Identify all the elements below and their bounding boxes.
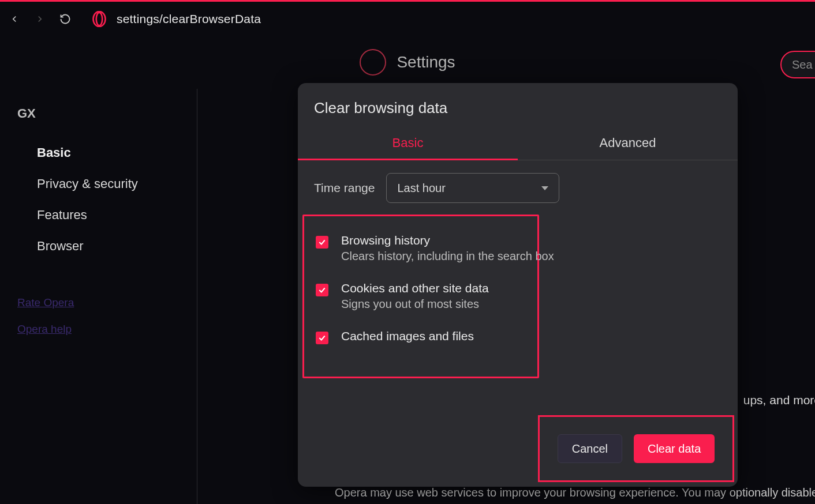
background-text-fragment: ups, and more <box>743 393 815 407</box>
options-highlight-box: Browsing history Clears history, includi… <box>302 215 539 378</box>
sidebar-link-rate-opera[interactable]: Rate Opera <box>17 289 180 316</box>
cancel-button[interactable]: Cancel <box>558 434 622 463</box>
opera-ring-icon <box>360 49 386 76</box>
background-text-fragment: Opera may use web services to improve yo… <box>335 486 815 499</box>
sidebar-link-opera-help[interactable]: Opera help <box>17 316 180 343</box>
address-bar-url[interactable]: settings/clearBrowserData <box>117 12 261 26</box>
tab-basic[interactable]: Basic <box>298 127 518 160</box>
sidebar-item-features[interactable]: Features <box>17 200 180 231</box>
option-title: Cookies and other site data <box>341 281 489 295</box>
option-cookies[interactable]: Cookies and other site data Signs you ou… <box>311 274 530 322</box>
option-desc: Clears history, including in the search … <box>341 250 554 263</box>
opera-logo-icon <box>91 11 107 27</box>
checkbox-cookies[interactable] <box>316 284 328 296</box>
time-range-value: Last hour <box>397 182 445 195</box>
svg-point-1 <box>96 12 103 25</box>
sidebar-item-privacy[interactable]: Privacy & security <box>17 168 180 200</box>
checkbox-cached[interactable] <box>316 332 328 344</box>
chevron-down-icon <box>541 186 548 190</box>
option-title: Browsing history <box>341 234 554 247</box>
time-range-select[interactable]: Last hour <box>386 173 559 203</box>
clear-browsing-data-dialog: Clear browsing data Basic Advanced Time … <box>298 83 738 487</box>
browser-toolbar: settings/clearBrowserData <box>0 0 815 36</box>
dialog-footer-highlight-box: Cancel Clear data <box>538 415 734 482</box>
sidebar-item-basic[interactable]: Basic <box>17 137 180 168</box>
tab-strip-accent <box>0 0 190 2</box>
settings-header: Settings Sea <box>0 36 815 89</box>
option-cached[interactable]: Cached images and files <box>311 322 530 356</box>
svg-point-0 <box>94 11 106 26</box>
dialog-title: Clear browsing data <box>298 83 738 127</box>
reload-button[interactable] <box>55 9 75 29</box>
settings-search-input[interactable]: Sea <box>780 51 815 78</box>
tab-advanced[interactable]: Advanced <box>518 127 738 160</box>
dialog-tabs: Basic Advanced <box>298 127 738 160</box>
option-title: Cached images and files <box>341 329 474 343</box>
time-range-label: Time range <box>314 181 375 195</box>
option-browsing-history[interactable]: Browsing history Clears history, includi… <box>311 227 530 274</box>
settings-sidebar: GX Basic Privacy & security Features Bro… <box>0 89 197 504</box>
sidebar-item-browser[interactable]: Browser <box>17 231 180 262</box>
checkbox-browsing-history[interactable] <box>316 236 328 249</box>
back-button[interactable] <box>5 9 24 29</box>
forward-button[interactable] <box>30 9 50 29</box>
clear-data-button[interactable]: Clear data <box>634 434 715 463</box>
page-title: Settings <box>397 53 455 72</box>
sidebar-group-gx: GX <box>17 106 180 121</box>
option-desc: Signs you out of most sites <box>341 298 489 311</box>
